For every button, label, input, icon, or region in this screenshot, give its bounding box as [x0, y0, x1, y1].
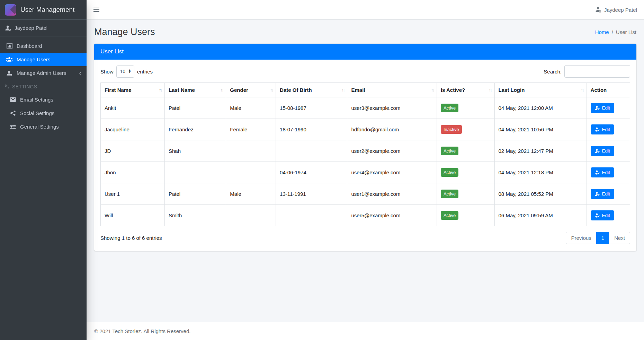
hamburger-menu-icon[interactable]	[93, 5, 100, 14]
column-label: Last Name	[169, 87, 195, 93]
user-table-body: AnkitPatelMale15-08-1987user3@example.co…	[101, 97, 630, 226]
sort-arrows-icon: ↑↓	[581, 88, 584, 93]
sidebar-item-label: Manage Admin Users	[17, 70, 66, 76]
content: Manage Users Home / User List User List …	[87, 20, 644, 322]
card-body: Show 10 ▲▼ entries Search: First N	[94, 60, 636, 251]
table-row: WillSmithuser5@example.comActive06 May, …	[101, 205, 630, 226]
column-header-gender[interactable]: Gender↑↓	[226, 83, 276, 97]
pagination-previous-button[interactable]: Previous	[566, 232, 596, 244]
sidebar-item-dashboard[interactable]: Dashboard	[0, 39, 87, 53]
cell-email: user4@example.com	[347, 162, 437, 183]
cell-action: Edit	[587, 119, 630, 140]
cell-last-login: 04 May, 2021 12:18 PM	[494, 162, 587, 183]
column-header-last_login[interactable]: Last Login↑↓	[494, 83, 587, 97]
column-header-action: Action	[587, 83, 630, 97]
cell-last-login: 04 May, 2021 10:56 PM	[494, 119, 587, 140]
sliders-icon	[9, 124, 17, 129]
cell-first_name: JD	[101, 140, 165, 162]
sidebar-item-label: Email Settings	[20, 97, 53, 103]
cell-gender: Male	[226, 183, 276, 205]
cell-action: Edit	[587, 140, 630, 162]
edit-button[interactable]: Edit	[591, 146, 614, 156]
status-badge: Active	[441, 168, 458, 177]
edit-button[interactable]: Edit	[591, 189, 614, 199]
cell-first_name: Jhon	[101, 162, 165, 183]
column-header-last_name[interactable]: Last Name↑↓	[165, 83, 226, 97]
column-header-email[interactable]: Email↑↓	[347, 83, 437, 97]
sidebar-item-email-settings[interactable]: Email Settings	[0, 93, 87, 106]
column-label: First Name	[105, 87, 132, 93]
cell-last_name: Fernandez	[165, 119, 226, 140]
share-icon	[9, 111, 17, 116]
app-logo-icon	[5, 4, 16, 16]
cell-status: Active	[437, 162, 494, 183]
user-edit-icon	[595, 213, 600, 218]
sidebar-item-label: Manage Users	[17, 56, 51, 62]
table-info: Showing 1 to 6 of 6 entries	[100, 235, 162, 241]
status-badge: Active	[441, 147, 458, 155]
table-controls: Show 10 ▲▼ entries Search:	[100, 65, 630, 78]
chart-bar-icon	[6, 43, 13, 49]
entries-label: entries	[137, 69, 153, 75]
column-header-first_name[interactable]: First Name↑↓	[101, 83, 165, 97]
pagination-next-button[interactable]: Next	[609, 232, 630, 244]
search-input[interactable]	[564, 65, 630, 78]
topbar: Jaydeep Patel	[87, 0, 644, 20]
status-badge: Active	[441, 190, 458, 198]
edit-button-label: Edit	[602, 127, 610, 132]
select-arrows-icon: ▲▼	[128, 69, 131, 73]
table-row: User 1PatelMale13-11-1991user1@example.c…	[101, 183, 630, 205]
sort-arrows-icon: ↑↓	[159, 88, 162, 93]
sidebar-item-label: Dashboard	[17, 43, 42, 49]
edit-button[interactable]: Edit	[591, 124, 614, 134]
card-header: User List	[94, 44, 636, 60]
breadcrumb-current: User List	[616, 29, 636, 35]
app-title: User Management	[20, 6, 74, 14]
table-row: JacquelineFernandezFemale18-07-1990hdfon…	[101, 119, 630, 140]
edit-button[interactable]: Edit	[591, 167, 614, 177]
user-table-header-row: First Name↑↓Last Name↑↓Gender↑↓Date Of B…	[101, 83, 630, 97]
sidebar: User Management Jaydeep Patel Dashboard …	[0, 0, 87, 340]
edit-button-label: Edit	[602, 105, 610, 111]
page-title: Manage Users	[94, 27, 155, 37]
sort-arrows-icon: ↑↓	[489, 88, 492, 93]
cell-status: Active	[437, 97, 494, 119]
sidebar-item-manage-users[interactable]: Manage Users	[0, 53, 87, 66]
cell-action: Edit	[587, 183, 630, 205]
sidebar-user-panel[interactable]: Jaydeep Patel	[0, 20, 87, 36]
cell-last-login: 08 May, 2021 05:52 PM	[494, 183, 587, 205]
breadcrumb: Home / User List	[595, 29, 636, 35]
cell-email: user2@example.com	[347, 140, 437, 162]
breadcrumb-home-link[interactable]: Home	[595, 29, 609, 35]
cell-gender: Male	[226, 97, 276, 119]
page-size-select[interactable]: 10 ▲▼	[116, 66, 135, 78]
pagination-page-1-button[interactable]: 1	[596, 232, 609, 244]
column-label: Action	[591, 87, 607, 93]
cell-gender: Female	[226, 119, 276, 140]
cell-email: user5@example.com	[347, 205, 437, 226]
sidebar-item-social-settings[interactable]: Social Settings	[0, 106, 87, 120]
user-list-card: User List Show 10 ▲▼ entries Search:	[94, 44, 636, 251]
cell-last_name: Shah	[165, 140, 226, 162]
sidebar-item-manage-admin-users[interactable]: Manage Admin Users‹	[0, 66, 87, 80]
column-header-dob[interactable]: Date Of Birth↑↓	[276, 83, 347, 97]
column-label: Email	[351, 87, 365, 93]
breadcrumb-separator: /	[612, 29, 613, 35]
cell-last_name: Patel	[165, 97, 226, 119]
edit-button[interactable]: Edit	[591, 103, 614, 113]
cell-status: Active	[437, 205, 494, 226]
content-header: Manage Users Home / User List	[87, 20, 644, 42]
topbar-user-menu[interactable]: Jaydeep Patel	[595, 7, 637, 13]
brand[interactable]: User Management	[0, 0, 87, 20]
column-label: Date Of Birth	[280, 87, 312, 93]
status-badge: Inactive	[441, 125, 462, 134]
main-area: Jaydeep Patel Manage Users Home / User L…	[87, 0, 644, 340]
cell-action: Edit	[587, 97, 630, 119]
sort-arrows-icon: ↑↓	[341, 88, 344, 93]
sidebar-item-general-settings[interactable]: General Settings	[0, 120, 87, 133]
user-icon	[5, 25, 11, 31]
column-header-status[interactable]: Is Active?↑↓	[437, 83, 494, 97]
edit-button[interactable]: Edit	[591, 210, 614, 220]
copyright-text: © 2021 Tech Storiez. All Rights Reserved…	[94, 328, 190, 334]
users-icon	[6, 57, 13, 62]
